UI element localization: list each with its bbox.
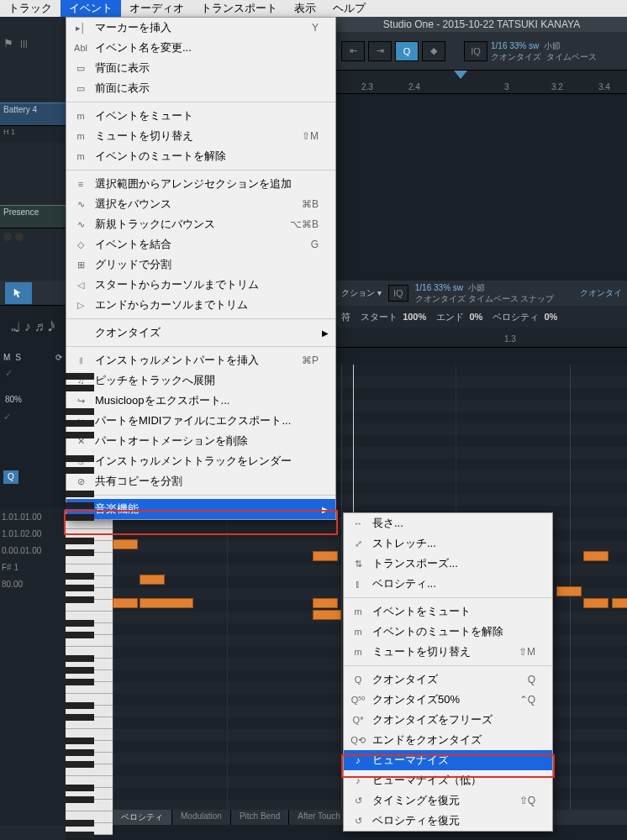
midi-note[interactable] [556, 586, 582, 596]
midi-note[interactable] [313, 610, 341, 620]
menu-item[interactable]: ⎋インストゥルメントトラックをレンダー [66, 451, 335, 471]
piano-key-black[interactable] [66, 620, 94, 627]
piano-key-black[interactable] [66, 655, 94, 662]
menu-item[interactable]: Q⁵⁰クオンタイズ50%⌃Q [344, 690, 552, 710]
menu-view[interactable]: 表示 [286, 0, 324, 17]
piano-key-black[interactable] [66, 432, 94, 438]
piano-key-black[interactable] [66, 714, 94, 721]
piano-key-black[interactable] [66, 385, 94, 391]
piano-key-black[interactable] [66, 491, 94, 497]
piano-key-black[interactable] [66, 820, 94, 827]
midi-note[interactable] [313, 598, 338, 608]
quant-pref[interactable]: クオンタイ [580, 287, 622, 299]
solo-header[interactable]: S [15, 353, 21, 362]
autoquant-icon[interactable]: ◆ [422, 41, 445, 61]
menu-item[interactable]: mミュートを切り替え⇧M [344, 642, 552, 662]
dot-icon[interactable]: · [51, 319, 55, 334]
midi-note[interactable] [612, 598, 627, 608]
piano-key-black[interactable] [66, 785, 94, 791]
track-header[interactable]: Presence [0, 205, 66, 228]
piano-key-black[interactable] [66, 667, 94, 674]
midi-note[interactable] [140, 575, 165, 585]
piano-key-black[interactable] [66, 467, 94, 474]
piano-key-black[interactable] [66, 702, 94, 709]
menu-item[interactable]: ⊞グリッドで分割 [66, 255, 335, 275]
menu-item[interactable]: ▸│マーカーを挿入Y [66, 18, 335, 38]
piano-key-black[interactable] [66, 502, 94, 509]
menu-item[interactable]: ⤢ストレッチ... [344, 533, 552, 554]
menu-item[interactable]: 音楽機能▶ [66, 499, 335, 519]
quantize-toggle[interactable]: Q [395, 41, 419, 61]
menu-item[interactable]: Ablイベント名を変更... [66, 38, 335, 58]
menu-item[interactable]: ✕パートオートメーションを削除 [66, 431, 335, 451]
menu-item[interactable]: ▷エンドからカーソルまでトリム [66, 295, 335, 315]
piano-key-black[interactable] [66, 596, 94, 603]
quantize-info[interactable]: 1/16 33% sw 小節 クオンタイズ タイムベース [491, 40, 597, 62]
editor-ruler[interactable]: 1.3 [336, 328, 627, 348]
piano-key-black[interactable] [66, 632, 94, 638]
menu-item[interactable]: mイベントのミュートを解除 [66, 146, 335, 166]
piano-key-black[interactable] [66, 761, 94, 768]
event-menu[interactable]: ▸│マーカーを挿入YAblイベント名を変更...▭背面に表示▭前面に表示mイベン… [66, 17, 336, 520]
menu-item[interactable]: QクオンタイズQ [344, 669, 552, 690]
tab-pitchbend[interactable]: Pitch Bend [231, 810, 289, 825]
menu-item[interactable]: ♪ヒューマナイズ [344, 750, 552, 770]
menu-item[interactable]: Q*クオンタイズをフリーズ [344, 710, 552, 730]
piano-key-black[interactable] [66, 549, 94, 556]
iq-button[interactable]: IQ [388, 285, 408, 302]
menu-item[interactable]: クオンタイズ▶ [66, 323, 335, 343]
menu-item[interactable]: ⫿ベロシティ... [344, 574, 552, 594]
midi-note[interactable] [583, 551, 609, 561]
tab-modulation[interactable]: Modulation [172, 810, 231, 825]
menu-item[interactable]: ▭前面に表示 [66, 78, 335, 98]
menu-item[interactable]: mイベントをミュート [66, 106, 335, 126]
snap-end-icon[interactable]: ⇥ [368, 41, 392, 61]
action-label[interactable]: クション ▾ [341, 287, 382, 299]
menu-item[interactable]: ▭背面に表示 [66, 58, 335, 78]
menu-item[interactable]: ⇅トランスポーズ... [344, 554, 552, 574]
piano-key-black[interactable] [66, 832, 94, 838]
snap-start-icon[interactable]: ⇤ [341, 41, 365, 61]
piano-key-black[interactable] [66, 796, 94, 803]
tab-velocity[interactable]: ベロシティ [113, 810, 172, 825]
menu-item[interactable]: ◇イベントを結合G [66, 234, 335, 255]
piano-key-black[interactable] [66, 585, 94, 591]
piano-key-black[interactable] [66, 749, 94, 756]
menu-track[interactable]: トラック [0, 0, 61, 17]
menubar[interactable]: トラック イベント オーディオ トランスポート 表示 ヘルプ [0, 0, 627, 17]
eighth-note-icon[interactable]: ♪ [24, 319, 31, 334]
quarter-note-icon[interactable]: ♩ [14, 319, 21, 335]
menu-item[interactable]: mミュートを切り替え⇧M [66, 126, 335, 146]
piano-key-black[interactable] [66, 455, 94, 462]
midi-note[interactable] [140, 598, 193, 608]
menu-item[interactable]: ↺ベロシティを復元 [344, 811, 552, 831]
music-functions-submenu[interactable]: ↔長さ...⤢ストレッチ...⇅トランスポーズ...⫿ベロシティ...mイベント… [343, 512, 553, 832]
flag-icon[interactable]: ⚑ [3, 37, 13, 50]
menu-item[interactable]: ∿新規トラックにバウンス⌥⌘B [66, 214, 335, 234]
menu-item[interactable]: ↪パートをMIDIファイルにエクスポート... [66, 411, 335, 431]
mute-header[interactable]: M [3, 353, 10, 362]
menu-item[interactable]: ⊘共有コピーを分割 [66, 471, 335, 491]
piano-key-black[interactable] [66, 738, 94, 744]
group-icon[interactable]: ⫼ [18, 37, 29, 50]
menu-item[interactable]: ≡選択範囲からアレンジセクションを追加 [66, 174, 335, 194]
note-value-picker[interactable]: 𝅝 ♩ ♪ ♬ 𝅘𝅥𝅯 · [0, 306, 66, 348]
tab-aftertouch[interactable]: After Touch [289, 810, 349, 825]
midi-note[interactable] [313, 551, 338, 561]
menu-item[interactable]: ♫ピッチをトラックへ展開 [66, 370, 335, 391]
piano-key-black[interactable] [66, 373, 94, 380]
editor-quant-info[interactable]: 1/16 33% sw 小節 クオンタイズ タイムベース スナップ [415, 282, 555, 304]
menu-item[interactable]: ↺タイミングを復元⇧Q [344, 790, 552, 811]
piano-key-black[interactable] [66, 679, 94, 685]
menu-help[interactable]: ヘルプ [324, 0, 374, 17]
menu-item[interactable]: Q⟲エンドをクオンタイズ [344, 730, 552, 750]
menu-event[interactable]: イベント [61, 0, 121, 17]
midi-note[interactable] [113, 598, 138, 608]
piano-key-black[interactable] [66, 538, 94, 544]
menu-item[interactable]: ∿選択をバウンス⌘B [66, 194, 335, 214]
midi-note[interactable] [113, 539, 138, 549]
track-header[interactable]: Battery 4 [0, 102, 66, 126]
menu-item[interactable]: ◁スタートからカーソルまでトリム [66, 275, 335, 295]
playhead-marker-icon[interactable] [454, 71, 467, 79]
piano-key-black[interactable] [66, 420, 94, 427]
